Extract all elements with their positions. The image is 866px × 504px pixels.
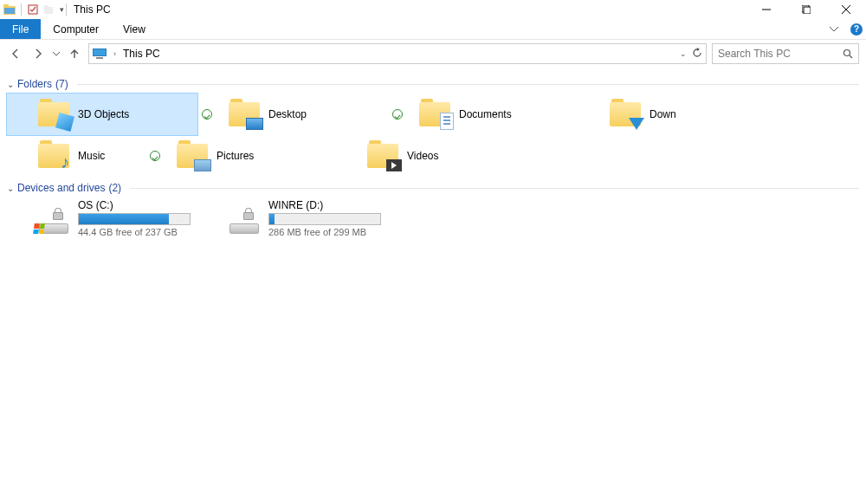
tab-computer[interactable]: Computer: [41, 19, 111, 39]
drive-icon: [36, 199, 71, 234]
folder-label: Documents: [459, 108, 512, 120]
separator: [21, 3, 22, 16]
svg-rect-1: [3, 4, 9, 8]
svg-point-11: [844, 50, 850, 56]
group-count: (2): [108, 182, 121, 194]
help-icon: ?: [850, 23, 863, 36]
sync-status-icon: [391, 108, 404, 120]
folder-label: Desktop: [268, 108, 307, 120]
ribbon-spacer: [158, 19, 821, 39]
svg-rect-2: [4, 8, 15, 14]
properties-icon[interactable]: [27, 3, 39, 16]
breadcrumb[interactable]: This PC: [123, 48, 160, 60]
qat-dropdown-icon[interactable]: ▾: [60, 5, 64, 14]
navigation-bar: › This PC ⌄ Search This PC: [0, 40, 866, 68]
group-header-drives[interactable]: ⌄ Devices and drives (2): [7, 182, 859, 194]
title-bar: ▾ This PC: [0, 0, 866, 19]
this-pc-icon: [93, 48, 107, 59]
chevron-right-icon[interactable]: ›: [113, 49, 116, 58]
back-button[interactable]: [7, 45, 24, 62]
tab-file[interactable]: File: [0, 19, 41, 39]
drive-os-c[interactable]: OS (C:) 44.4 GB free of 237 GB: [7, 197, 197, 239]
window-title: This PC: [74, 3, 111, 16]
svg-line-12: [850, 55, 852, 58]
search-placeholder: Search This PC: [718, 48, 843, 60]
folder-pictures[interactable]: Pictures: [145, 135, 336, 177]
explorer-icon: [3, 3, 16, 16]
folder-icon: [36, 97, 71, 132]
chevron-down-icon: ⌄: [7, 184, 14, 193]
help-button[interactable]: ?: [847, 19, 866, 39]
address-bar[interactable]: › This PC ⌄: [88, 43, 707, 64]
drive-icon: [227, 199, 262, 234]
folder-icon: [175, 139, 210, 173]
folder-music[interactable]: Music: [7, 135, 145, 177]
group-label: Folders: [17, 78, 52, 90]
drive-name: OS (C:): [78, 199, 194, 211]
folder-videos[interactable]: Videos: [336, 135, 527, 177]
drive-usage-bar: [78, 213, 191, 225]
group-label: Devices and drives: [17, 182, 105, 194]
separator: [66, 3, 67, 16]
folder-desktop[interactable]: Desktop: [197, 94, 388, 135]
svg-rect-4: [44, 7, 53, 14]
folder-3d-objects[interactable]: 3D Objects: [7, 94, 197, 135]
close-button[interactable]: [826, 0, 866, 19]
folder-label: Pictures: [216, 150, 254, 162]
forward-button[interactable]: [29, 45, 47, 62]
minimize-button[interactable]: [746, 0, 786, 19]
folder-label: Music: [78, 150, 105, 162]
lock-icon: [243, 208, 254, 220]
address-bar-right: ⌄: [680, 48, 702, 61]
folder-downloads[interactable]: Down: [578, 94, 769, 135]
search-icon: [843, 48, 853, 59]
lock-icon: [53, 208, 63, 220]
ribbon-collapse-icon[interactable]: [821, 19, 847, 39]
folder-icon: [227, 97, 262, 132]
sync-status-icon: [201, 108, 213, 120]
folder-icon: [365, 139, 400, 173]
content-pane: ⌄ Folders (7) 3D Objects Desktop Documen…: [0, 68, 866, 239]
svg-rect-5: [44, 5, 48, 8]
folder-icon: [608, 97, 643, 132]
tab-view[interactable]: View: [111, 19, 158, 39]
drive-usage-bar: [268, 213, 381, 225]
drive-winre-d[interactable]: WINRE (D:) 286 MB free of 299 MB: [197, 197, 388, 239]
window-controls: [746, 0, 866, 19]
drive-free-text: 44.4 GB free of 237 GB: [78, 227, 194, 237]
folder-label: Down: [650, 108, 676, 120]
sync-status-icon: [149, 150, 161, 162]
group-count: (7): [55, 78, 68, 90]
svg-rect-8: [804, 7, 811, 14]
maximize-button[interactable]: [786, 0, 826, 19]
up-button[interactable]: [66, 45, 83, 62]
drives-grid: OS (C:) 44.4 GB free of 237 GB WINRE (D:…: [7, 197, 859, 239]
windows-flag-icon: [34, 223, 46, 236]
drive-free-text: 286 MB free of 299 MB: [268, 227, 385, 237]
search-input[interactable]: Search This PC: [712, 43, 859, 64]
recent-dropdown-icon[interactable]: [52, 45, 61, 62]
folder-icon: [36, 139, 71, 173]
quick-access-toolbar: ▾: [3, 3, 64, 16]
folders-grid: 3D Objects Desktop Documents Down Music …: [7, 94, 859, 177]
refresh-button[interactable]: [692, 48, 702, 61]
folder-label: Videos: [407, 150, 438, 162]
folder-icon: [417, 97, 452, 132]
group-header-folders[interactable]: ⌄ Folders (7): [7, 78, 859, 90]
folder-label: 3D Objects: [78, 108, 129, 120]
address-dropdown-icon[interactable]: ⌄: [680, 49, 687, 58]
folder-documents[interactable]: Documents: [388, 94, 578, 135]
chevron-down-icon: ⌄: [7, 80, 14, 89]
ribbon-tabs: File Computer View ?: [0, 19, 866, 40]
drive-name: WINRE (D:): [268, 199, 385, 211]
new-folder-icon[interactable]: [42, 3, 55, 16]
